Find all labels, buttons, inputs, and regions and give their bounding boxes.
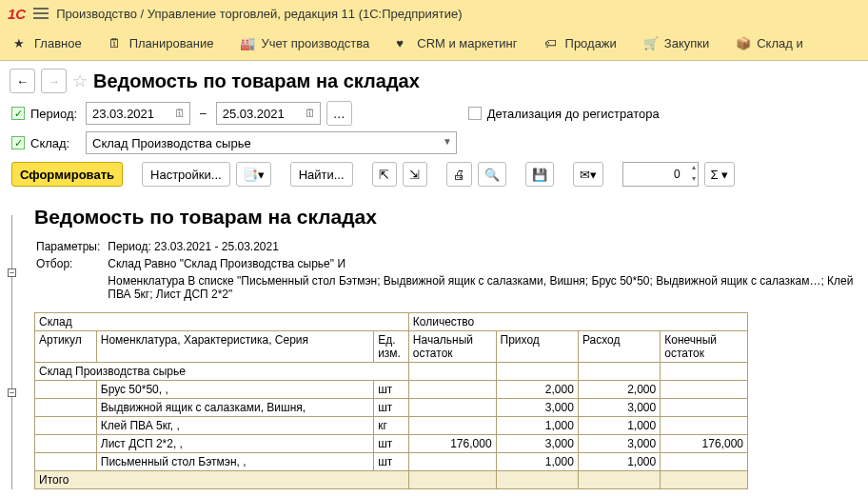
menu-crm[interactable]: ♥CRM и маркетинг — [396, 36, 517, 51]
period-checkbox[interactable]: ✓ — [11, 107, 25, 120]
box-icon: 📦 — [736, 36, 751, 51]
expand-button[interactable]: ⇱ — [372, 162, 397, 187]
find-button[interactable]: Найти... — [290, 162, 353, 187]
spin-input[interactable]: 0 — [622, 162, 699, 187]
col-article: Артикул — [35, 331, 97, 363]
save-button[interactable]: 💾 — [525, 162, 554, 187]
forward-button[interactable]: → — [41, 69, 67, 93]
col-start: Начальный остаток — [408, 331, 496, 363]
sum-button[interactable]: Σ ▾ — [704, 162, 736, 187]
chevron-down-icon[interactable]: ▼ — [443, 136, 452, 147]
col-outcome: Расход — [578, 331, 660, 363]
generate-button[interactable]: Сформировать — [11, 162, 123, 187]
sklad-checkbox[interactable]: ✓ — [11, 136, 25, 149]
collapse-button[interactable]: ⇲ — [403, 162, 427, 187]
table-row[interactable]: Брус 50*50, ,шт2,0002,000 — [35, 381, 748, 399]
variants-button[interactable]: 📑▾ — [236, 162, 271, 187]
table-row[interactable]: Клей ПВА 5кг, ,кг1,0001,000 — [35, 417, 748, 435]
menu-planning[interactable]: 🗓Планирование — [108, 36, 214, 51]
favorite-star-icon[interactable]: ☆ — [72, 70, 88, 91]
menu-purchases[interactable]: 🛒Закупки — [643, 36, 709, 51]
col-income: Приход — [496, 331, 578, 363]
totals-row: Итого — [35, 471, 748, 489]
filters-panel: ✓ Период: 23.03.2021🗓 – 25.03.2021🗓 … ✓ … — [0, 97, 868, 158]
print-button[interactable]: 🖨 — [446, 162, 472, 187]
calendar-icon: 🗓 — [108, 36, 124, 51]
tree-collapse-icon[interactable]: − — [8, 268, 16, 277]
report-body: − − Ведомость по товарам на складах Пара… — [0, 206, 868, 489]
cart-icon: 🛒 — [643, 36, 659, 51]
menu-main[interactable]: ★Главное — [13, 36, 82, 51]
menu-production[interactable]: 🏭Учет производства — [240, 36, 369, 51]
main-menu: ★Главное 🗓Планирование 🏭Учет производств… — [0, 27, 868, 61]
nav-row: ← → ☆ Ведомость по товарам на складах — [0, 61, 868, 97]
date-separator: – — [200, 107, 207, 120]
date-select-button[interactable]: … — [326, 101, 352, 126]
star-icon: ★ — [13, 36, 29, 51]
factory-icon: 🏭 — [240, 36, 255, 51]
calendar-icon[interactable]: 🗓 — [305, 107, 316, 120]
date-from-input[interactable]: 23.03.2021🗓 — [86, 102, 190, 125]
col-quantity: Количество — [408, 313, 747, 331]
table-row[interactable]: Лист ДСП 2*2, ,шт176,0003,0003,000176,00… — [35, 435, 748, 453]
report-table: Склад Количество Артикул Номенклатура, Х… — [34, 312, 748, 489]
page-title: Ведомость по товарам на складах — [93, 70, 420, 92]
detail-label: Детализация до регистратора — [487, 107, 660, 121]
calendar-icon[interactable]: 🗓 — [174, 107, 186, 120]
title-bar: 1C Производство / Управление торговлей, … — [0, 0, 868, 27]
sklad-dropdown[interactable]: Склад Производства сырье▼ — [86, 131, 457, 154]
menu-sales[interactable]: 🏷Продажи — [544, 36, 617, 51]
preview-button[interactable]: 🔍 — [478, 162, 506, 187]
tag-icon: 🏷 — [544, 36, 560, 51]
back-button[interactable]: ← — [10, 69, 35, 93]
mail-button[interactable]: ✉▾ — [573, 162, 603, 187]
col-nomenclature: Номенклатура, Характеристика, Серия — [96, 331, 373, 363]
group-row[interactable]: Склад Производства сырье — [35, 363, 748, 381]
menu-warehouse[interactable]: 📦Склад и — [736, 36, 803, 51]
date-to-input[interactable]: 25.03.2021🗓 — [216, 102, 321, 125]
report-title: Ведомость по товарам на складах — [34, 206, 868, 229]
settings-button[interactable]: Настройки... — [142, 162, 230, 187]
app-logo: 1C — [8, 6, 26, 22]
detail-checkbox[interactable]: ✓ — [468, 107, 482, 120]
hamburger-icon[interactable] — [33, 8, 49, 19]
report-params: Параметры:Период: 23.03.2021 - 25.03.202… — [34, 238, 868, 305]
table-row[interactable]: Письменный стол Бэтмэн, ,шт1,0001,000 — [35, 453, 748, 471]
col-sklad: Склад — [35, 313, 409, 331]
toolbar: Сформировать Настройки... 📑▾ Найти... ⇱ … — [0, 158, 868, 194]
sklad-label: Склад: — [30, 136, 80, 150]
table-row[interactable]: Выдвижной ящик с салазками, Вишня,шт3,00… — [35, 399, 748, 417]
col-unit: Ед. изм. — [374, 331, 409, 363]
tree-collapse-icon[interactable]: − — [8, 388, 16, 397]
heart-icon: ♥ — [396, 36, 411, 51]
period-label: Период: — [30, 107, 80, 121]
col-end: Конечный остаток — [661, 331, 748, 363]
app-title: Производство / Управление торговлей, ред… — [56, 7, 462, 21]
